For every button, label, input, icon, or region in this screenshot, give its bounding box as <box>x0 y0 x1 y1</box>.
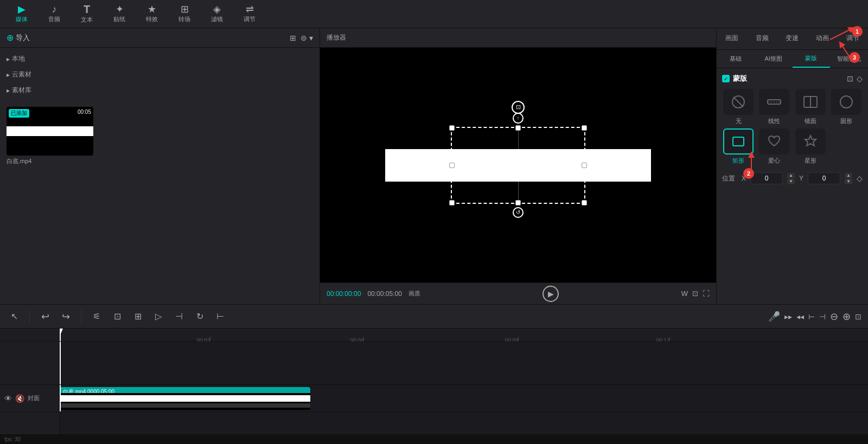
effects-icon: ★ <box>148 4 156 14</box>
rotate-handle[interactable]: ↑ <box>513 113 524 124</box>
mask-heart-icon <box>759 128 789 155</box>
handle-tm[interactable] <box>515 125 521 131</box>
crop-tool[interactable]: ⊞ <box>130 309 145 324</box>
safe-frame-icon[interactable]: ⊡ <box>692 289 698 298</box>
clip-name: 白底.mp4 0000 05:00 <box>63 389 114 393</box>
y-position-input[interactable] <box>808 172 840 184</box>
mask-item-mirror[interactable]: 镜面 <box>794 89 827 125</box>
diamond-keyframe-icon[interactable]: ◇ <box>857 74 863 83</box>
split-tool[interactable]: ⚟ <box>89 309 104 324</box>
nav-media[interactable]: ▶ 媒体 <box>5 0 38 28</box>
word-icon[interactable]: W <box>681 289 688 298</box>
mask-none-label: 无 <box>736 117 742 125</box>
play-button[interactable]: ▶ <box>542 286 559 302</box>
eye-icon[interactable]: 👁 <box>4 394 12 403</box>
player-canvas[interactable]: ↑ ↺ ⊡ <box>320 48 716 282</box>
panel-toolbar: ⊞ ⊜ ▾ <box>290 34 313 42</box>
y-increment-btn[interactable]: ▲ <box>845 173 852 178</box>
redo-button[interactable]: ↪ <box>58 309 73 324</box>
top-nav: ▶ 媒体 ♪ 音频 T 文本 ✦ 贴纸 ★ 特效 ⊞ 转场 ◈ 滤镜 ⇌ 调节 <box>0 0 868 28</box>
x-axis-label: X <box>742 175 746 182</box>
delete-tool[interactable]: ⊡ <box>110 309 125 324</box>
expand-icon[interactable]: ⊡ <box>847 74 853 83</box>
handle-mr[interactable] <box>582 163 587 168</box>
mute-icon[interactable]: 🔇 <box>15 394 24 403</box>
mirror-tool[interactable]: ⊣ <box>171 309 187 324</box>
sub-tabs: 基础 AI抠图 蒙版 智能优化 <box>717 50 868 68</box>
mask-checkbox[interactable]: ✓ <box>722 75 730 82</box>
mask-item-rect[interactable]: 矩形 <box>722 128 755 165</box>
playhead-line-2 <box>60 385 61 411</box>
x-position-input[interactable] <box>750 172 783 184</box>
subtab-ai[interactable]: AI抠图 <box>755 50 793 68</box>
y-decrement-btn[interactable]: ▼ <box>845 179 852 184</box>
nav-text[interactable]: T 文本 <box>71 0 103 28</box>
sort-btn[interactable]: ⊜ ▾ <box>301 34 313 42</box>
cursor-tool[interactable]: ↖ <box>7 309 22 324</box>
y-axis-label: Y <box>799 175 803 182</box>
tab-audio[interactable]: 音频 <box>747 28 777 49</box>
lock-icon[interactable]: ⊡ <box>512 101 525 114</box>
subtab-basic[interactable]: 基础 <box>717 50 755 68</box>
chevron-icon-cloud: ▸ <box>7 71 10 79</box>
sidebar-item-library[interactable]: ▸ 素材库 <box>3 83 316 97</box>
sidebar-item-cloud[interactable]: ▸ 云素材 <box>3 68 316 81</box>
handle-bl[interactable] <box>449 200 455 205</box>
nav-effects[interactable]: ★ 特效 <box>136 0 168 28</box>
video-clip[interactable]: 白底.mp4 0000 05:00 <box>60 387 310 410</box>
track-add-2[interactable]: ◂◂ <box>796 312 804 321</box>
grid-view-btn[interactable]: ⊞ <box>290 34 296 42</box>
tab-speed[interactable]: 变速 <box>777 28 808 49</box>
position-keyframe-icon[interactable]: ◇ <box>857 174 863 183</box>
subtab-mask[interactable]: 蒙版 <box>793 50 831 68</box>
mask-item-star[interactable]: 星形 <box>794 128 827 165</box>
x-increment-btn[interactable]: ▲ <box>787 173 795 178</box>
nav-transition[interactable]: ⊞ 转场 <box>168 0 201 28</box>
loop-tool[interactable]: ↻ <box>192 309 207 324</box>
svg-marker-8 <box>805 136 816 146</box>
undo-button[interactable]: ↩ <box>37 309 53 324</box>
mask-item-radial[interactable]: 圆形 <box>830 89 863 125</box>
handle-tr[interactable] <box>582 125 587 131</box>
tab-animation[interactable]: 动画 <box>807 28 838 49</box>
handle-ml[interactable] <box>449 163 455 168</box>
filter-icon: ◈ <box>213 4 221 14</box>
play-range-tool[interactable]: ▷ <box>151 309 166 324</box>
sidebar-item-local[interactable]: ▸ 本地 <box>3 52 316 66</box>
list-item[interactable]: 已添加 00:05 白底.mp4 <box>7 107 313 165</box>
track-split-2[interactable]: ⊣ <box>819 312 826 321</box>
track-snap[interactable]: ⊢ <box>808 312 815 321</box>
fullscreen-icon[interactable]: ⛶ <box>703 289 710 298</box>
scale-tool[interactable]: ⊢ <box>213 309 228 324</box>
mask-item-linear[interactable]: 线性 <box>758 89 790 125</box>
nav-filter[interactable]: ◈ 滤镜 <box>201 0 233 28</box>
zoom-minus[interactable]: ⊖ <box>830 311 838 323</box>
handle-bm[interactable] <box>515 200 521 205</box>
mask-star-icon <box>795 128 826 155</box>
total-time: 00:00:05:00 <box>367 290 401 298</box>
mask-section-header: ✓ 蒙版 ⊡ ◇ <box>722 74 863 83</box>
media-duration: 00:05 <box>78 109 91 115</box>
quality-button[interactable]: 画质 <box>409 289 420 298</box>
handle-br[interactable] <box>582 200 587 205</box>
handle-tl[interactable] <box>449 125 455 131</box>
nav-sticker[interactable]: ✦ 贴纸 <box>103 0 136 28</box>
selection-box[interactable]: ↑ ↺ ⊡ <box>451 127 585 204</box>
x-decrement-btn[interactable]: ▼ <box>787 179 795 184</box>
track-add-1[interactable]: ▸▸ <box>784 312 792 321</box>
import-button[interactable]: ⊕ 导入 <box>7 33 30 43</box>
fit-button[interactable]: ⊡ <box>855 312 861 321</box>
nav-adjust[interactable]: ⇌ 调节 <box>233 0 266 28</box>
subtab-ai2[interactable]: 智能优化 <box>830 50 868 68</box>
mask-item-none[interactable]: 无 <box>722 89 755 125</box>
playhead[interactable] <box>60 329 61 341</box>
nav-audio[interactable]: ♪ 音频 <box>38 0 71 28</box>
flip-handle[interactable]: ↺ <box>513 207 524 218</box>
svg-line-1 <box>733 97 743 107</box>
mic-icon[interactable]: 🎤 <box>768 311 780 323</box>
tab-adjust[interactable]: 调节 <box>838 28 868 49</box>
zoom-plus[interactable]: ⊕ <box>843 311 851 323</box>
mask-item-heart[interactable]: 爱心 <box>758 128 790 165</box>
clip-header: 白底.mp4 0000 05:00 <box>60 387 310 393</box>
tab-picture[interactable]: 画面 <box>717 28 747 49</box>
